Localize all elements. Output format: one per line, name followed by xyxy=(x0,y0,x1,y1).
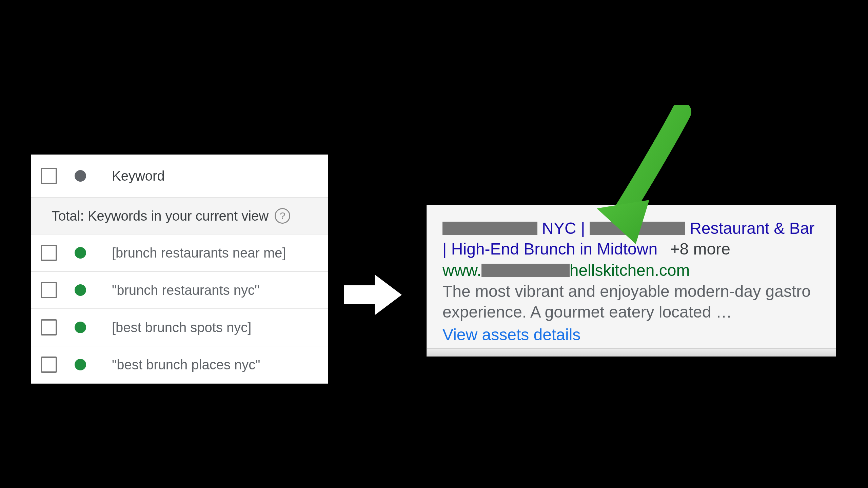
ad-preview-panel: NYC | Restaurant & Bar | High-End Brunch… xyxy=(427,205,836,357)
ad-url-suffix: hellskitchen.com xyxy=(570,261,690,279)
keyword-column-header: Keyword xyxy=(112,168,165,184)
keyword-table-header: Keyword xyxy=(31,155,328,198)
redacted-text xyxy=(590,222,685,235)
help-icon[interactable]: ? xyxy=(275,208,290,224)
keyword-text: [brunch restaurants near me] xyxy=(112,245,286,261)
status-dot-enabled-icon xyxy=(75,247,86,259)
keyword-row[interactable]: [brunch restaurants near me] xyxy=(31,235,328,272)
redacted-text xyxy=(481,264,570,277)
ad-display-url[interactable]: www.hellskitchen.com xyxy=(442,261,820,280)
status-dot-enabled-icon xyxy=(75,322,86,333)
row-checkbox[interactable] xyxy=(41,357,57,373)
row-checkbox[interactable] xyxy=(41,319,57,336)
ad-description: The most vibrant and enjoyable modern-da… xyxy=(442,281,820,323)
ad-url-prefix: www. xyxy=(442,261,481,279)
keyword-total-label: Total: Keywords in your current view xyxy=(52,208,269,224)
keyword-row[interactable]: "brunch restaurants nyc" xyxy=(31,272,328,309)
keyword-text: [best brunch spots nyc] xyxy=(112,320,251,335)
arrow-right-icon xyxy=(344,271,405,319)
keyword-text: "best brunch places nyc" xyxy=(112,357,260,372)
row-checkbox[interactable] xyxy=(41,282,57,298)
select-all-checkbox[interactable] xyxy=(41,168,57,184)
row-checkbox[interactable] xyxy=(41,245,57,261)
ad-headline[interactable]: NYC | Restaurant & Bar | High-End Brunch… xyxy=(442,218,820,260)
keyword-row[interactable]: "best brunch places nyc" xyxy=(31,346,328,384)
status-header-icon xyxy=(75,170,86,182)
ad-more-count: +8 more xyxy=(670,240,730,258)
keyword-text: "brunch restaurants nyc" xyxy=(112,283,259,298)
status-dot-enabled-icon xyxy=(75,359,86,370)
view-assets-link[interactable]: View assets details xyxy=(442,325,820,344)
svg-marker-0 xyxy=(344,274,402,315)
status-dot-enabled-icon xyxy=(75,284,86,296)
redacted-text xyxy=(442,222,537,235)
panel-footer-divider xyxy=(427,348,836,356)
keyword-row[interactable]: [best brunch spots nyc] xyxy=(31,309,328,346)
keyword-panel: Keyword Total: Keywords in your current … xyxy=(31,155,328,384)
keyword-total-row: Total: Keywords in your current view ? xyxy=(31,198,328,235)
ad-headline-part1: NYC | xyxy=(537,219,590,237)
